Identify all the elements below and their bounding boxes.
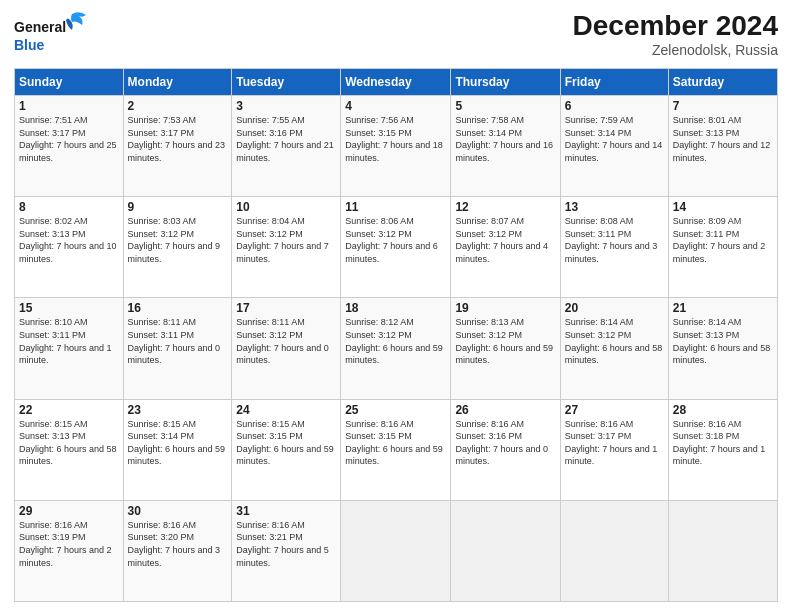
- day-detail: Sunrise: 7:56 AMSunset: 3:15 PMDaylight:…: [345, 115, 443, 163]
- day-detail: Sunrise: 8:16 AMSunset: 3:19 PMDaylight:…: [19, 520, 112, 568]
- day-number: 22: [19, 403, 119, 417]
- day-detail: Sunrise: 8:01 AMSunset: 3:13 PMDaylight:…: [673, 115, 771, 163]
- calendar-day-header: Tuesday: [232, 69, 341, 96]
- calendar-body: 1Sunrise: 7:51 AMSunset: 3:17 PMDaylight…: [15, 96, 778, 602]
- calendar-day-cell: 19Sunrise: 8:13 AMSunset: 3:12 PMDayligh…: [451, 298, 560, 399]
- day-number: 27: [565, 403, 664, 417]
- day-number: 17: [236, 301, 336, 315]
- day-number: 6: [565, 99, 664, 113]
- day-detail: Sunrise: 8:14 AMSunset: 3:13 PMDaylight:…: [673, 317, 771, 365]
- day-detail: Sunrise: 7:53 AMSunset: 3:17 PMDaylight:…: [128, 115, 226, 163]
- day-detail: Sunrise: 8:15 AMSunset: 3:14 PMDaylight:…: [128, 419, 226, 467]
- day-number: 12: [455, 200, 555, 214]
- day-number: 31: [236, 504, 336, 518]
- day-number: 5: [455, 99, 555, 113]
- day-detail: Sunrise: 8:16 AMSunset: 3:20 PMDaylight:…: [128, 520, 221, 568]
- day-number: 25: [345, 403, 446, 417]
- day-number: 23: [128, 403, 228, 417]
- day-number: 8: [19, 200, 119, 214]
- day-detail: Sunrise: 7:51 AMSunset: 3:17 PMDaylight:…: [19, 115, 117, 163]
- calendar-day-cell: 6Sunrise: 7:59 AMSunset: 3:14 PMDaylight…: [560, 96, 668, 197]
- calendar-day-cell: 24Sunrise: 8:15 AMSunset: 3:15 PMDayligh…: [232, 399, 341, 500]
- calendar-day-header: Wednesday: [341, 69, 451, 96]
- day-detail: Sunrise: 8:16 AMSunset: 3:21 PMDaylight:…: [236, 520, 329, 568]
- calendar-day-cell: 21Sunrise: 8:14 AMSunset: 3:13 PMDayligh…: [668, 298, 777, 399]
- calendar-day-header: Thursday: [451, 69, 560, 96]
- calendar-week-row: 8Sunrise: 8:02 AMSunset: 3:13 PMDaylight…: [15, 197, 778, 298]
- day-number: 29: [19, 504, 119, 518]
- day-detail: Sunrise: 8:16 AMSunset: 3:18 PMDaylight:…: [673, 419, 766, 467]
- calendar-day-header: Friday: [560, 69, 668, 96]
- calendar-day-cell: 3Sunrise: 7:55 AMSunset: 3:16 PMDaylight…: [232, 96, 341, 197]
- calendar-day-cell: 5Sunrise: 7:58 AMSunset: 3:14 PMDaylight…: [451, 96, 560, 197]
- calendar-day-cell: 7Sunrise: 8:01 AMSunset: 3:13 PMDaylight…: [668, 96, 777, 197]
- calendar-day-cell: 25Sunrise: 8:16 AMSunset: 3:15 PMDayligh…: [341, 399, 451, 500]
- day-detail: Sunrise: 8:13 AMSunset: 3:12 PMDaylight:…: [455, 317, 553, 365]
- day-detail: Sunrise: 8:10 AMSunset: 3:11 PMDaylight:…: [19, 317, 112, 365]
- day-number: 24: [236, 403, 336, 417]
- calendar-day-cell: 10Sunrise: 8:04 AMSunset: 3:12 PMDayligh…: [232, 197, 341, 298]
- calendar-day-cell: [341, 500, 451, 601]
- day-detail: Sunrise: 8:04 AMSunset: 3:12 PMDaylight:…: [236, 216, 329, 264]
- day-detail: Sunrise: 7:59 AMSunset: 3:14 PMDaylight:…: [565, 115, 663, 163]
- day-detail: Sunrise: 8:16 AMSunset: 3:15 PMDaylight:…: [345, 419, 443, 467]
- calendar-day-cell: 26Sunrise: 8:16 AMSunset: 3:16 PMDayligh…: [451, 399, 560, 500]
- calendar-day-cell: 18Sunrise: 8:12 AMSunset: 3:12 PMDayligh…: [341, 298, 451, 399]
- day-detail: Sunrise: 7:58 AMSunset: 3:14 PMDaylight:…: [455, 115, 553, 163]
- day-number: 7: [673, 99, 773, 113]
- day-detail: Sunrise: 8:11 AMSunset: 3:12 PMDaylight:…: [236, 317, 329, 365]
- day-number: 28: [673, 403, 773, 417]
- calendar-header-row: SundayMondayTuesdayWednesdayThursdayFrid…: [15, 69, 778, 96]
- day-number: 16: [128, 301, 228, 315]
- day-detail: Sunrise: 8:09 AMSunset: 3:11 PMDaylight:…: [673, 216, 766, 264]
- calendar-day-cell: 23Sunrise: 8:15 AMSunset: 3:14 PMDayligh…: [123, 399, 232, 500]
- calendar-day-cell: [451, 500, 560, 601]
- calendar-day-cell: 1Sunrise: 7:51 AMSunset: 3:17 PMDaylight…: [15, 96, 124, 197]
- day-number: 18: [345, 301, 446, 315]
- svg-text:General: General: [14, 19, 66, 35]
- day-detail: Sunrise: 8:08 AMSunset: 3:11 PMDaylight:…: [565, 216, 658, 264]
- calendar-week-row: 29Sunrise: 8:16 AMSunset: 3:19 PMDayligh…: [15, 500, 778, 601]
- day-detail: Sunrise: 8:14 AMSunset: 3:12 PMDaylight:…: [565, 317, 663, 365]
- day-number: 19: [455, 301, 555, 315]
- calendar-day-cell: 17Sunrise: 8:11 AMSunset: 3:12 PMDayligh…: [232, 298, 341, 399]
- calendar-day-cell: 12Sunrise: 8:07 AMSunset: 3:12 PMDayligh…: [451, 197, 560, 298]
- calendar-day-cell: 27Sunrise: 8:16 AMSunset: 3:17 PMDayligh…: [560, 399, 668, 500]
- header: General Blue December 2024 Zelenodolsk, …: [14, 10, 778, 60]
- day-detail: Sunrise: 8:07 AMSunset: 3:12 PMDaylight:…: [455, 216, 548, 264]
- calendar-day-cell: 15Sunrise: 8:10 AMSunset: 3:11 PMDayligh…: [15, 298, 124, 399]
- day-number: 10: [236, 200, 336, 214]
- calendar-table: SundayMondayTuesdayWednesdayThursdayFrid…: [14, 68, 778, 602]
- logo: General Blue: [14, 10, 74, 60]
- calendar-day-header: Saturday: [668, 69, 777, 96]
- calendar-day-header: Monday: [123, 69, 232, 96]
- day-detail: Sunrise: 8:03 AMSunset: 3:12 PMDaylight:…: [128, 216, 221, 264]
- calendar-day-cell: [560, 500, 668, 601]
- calendar-day-cell: 13Sunrise: 8:08 AMSunset: 3:11 PMDayligh…: [560, 197, 668, 298]
- calendar-day-cell: 2Sunrise: 7:53 AMSunset: 3:17 PMDaylight…: [123, 96, 232, 197]
- day-number: 21: [673, 301, 773, 315]
- day-number: 20: [565, 301, 664, 315]
- day-detail: Sunrise: 7:55 AMSunset: 3:16 PMDaylight:…: [236, 115, 334, 163]
- day-detail: Sunrise: 8:16 AMSunset: 3:17 PMDaylight:…: [565, 419, 658, 467]
- calendar-day-cell: 8Sunrise: 8:02 AMSunset: 3:13 PMDaylight…: [15, 197, 124, 298]
- day-detail: Sunrise: 8:15 AMSunset: 3:15 PMDaylight:…: [236, 419, 334, 467]
- svg-text:Blue: Blue: [14, 37, 45, 53]
- day-number: 15: [19, 301, 119, 315]
- day-detail: Sunrise: 8:11 AMSunset: 3:11 PMDaylight:…: [128, 317, 221, 365]
- day-number: 30: [128, 504, 228, 518]
- calendar-day-cell: 30Sunrise: 8:16 AMSunset: 3:20 PMDayligh…: [123, 500, 232, 601]
- calendar-day-cell: 9Sunrise: 8:03 AMSunset: 3:12 PMDaylight…: [123, 197, 232, 298]
- calendar-day-cell: 29Sunrise: 8:16 AMSunset: 3:19 PMDayligh…: [15, 500, 124, 601]
- calendar-week-row: 1Sunrise: 7:51 AMSunset: 3:17 PMDaylight…: [15, 96, 778, 197]
- month-title: December 2024: [573, 10, 778, 42]
- day-detail: Sunrise: 8:06 AMSunset: 3:12 PMDaylight:…: [345, 216, 438, 264]
- day-detail: Sunrise: 8:16 AMSunset: 3:16 PMDaylight:…: [455, 419, 548, 467]
- calendar-week-row: 22Sunrise: 8:15 AMSunset: 3:13 PMDayligh…: [15, 399, 778, 500]
- day-number: 3: [236, 99, 336, 113]
- day-number: 11: [345, 200, 446, 214]
- day-number: 4: [345, 99, 446, 113]
- day-number: 13: [565, 200, 664, 214]
- title-block: December 2024 Zelenodolsk, Russia: [573, 10, 778, 58]
- day-detail: Sunrise: 8:02 AMSunset: 3:13 PMDaylight:…: [19, 216, 117, 264]
